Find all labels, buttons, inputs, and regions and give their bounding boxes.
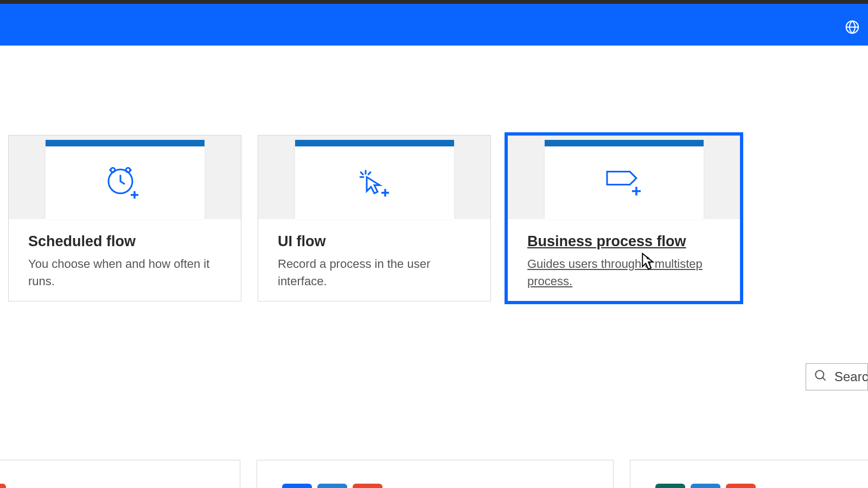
cursor-click-plus-icon	[355, 165, 394, 201]
template-card[interactable]	[257, 460, 614, 488]
card-title: Business process flow	[527, 233, 720, 250]
template-card[interactable]	[630, 460, 868, 488]
connector-tile-icon	[353, 484, 382, 488]
connector-tile-icon	[0, 484, 6, 488]
template-cards-row	[0, 460, 868, 488]
globe-icon[interactable]	[844, 19, 860, 35]
card-title: Scheduled flow	[28, 233, 221, 250]
clock-plus-icon	[105, 165, 144, 201]
connector-tile-icon	[691, 484, 720, 488]
svg-point-4	[815, 370, 824, 378]
template-card[interactable]	[0, 460, 240, 488]
card-title: UI flow	[278, 233, 471, 250]
stage-plus-icon	[602, 165, 646, 201]
card-description: Guides users through a multistep process…	[527, 255, 720, 290]
card-hero	[258, 136, 490, 219]
svg-point-2	[111, 168, 115, 172]
card-description: Record a process in the user interface.	[278, 255, 471, 290]
svg-point-3	[126, 168, 130, 172]
card-ui-flow[interactable]: UI flow Record a process in the user int…	[258, 135, 491, 301]
app-header	[0, 4, 868, 46]
flow-type-cards: Scheduled flow You choose when and how o…	[8, 135, 741, 301]
connector-tile-icon	[317, 484, 347, 488]
connector-tile-icon	[726, 484, 756, 488]
card-hero	[9, 136, 241, 219]
search-placeholder: Searc	[834, 369, 867, 384]
card-business-process-flow[interactable]: Business process flow Guides users throu…	[507, 135, 741, 301]
connector-tile-icon	[282, 484, 312, 488]
search-icon	[814, 369, 828, 385]
card-description: You choose when and how often it runs.	[28, 255, 221, 290]
window-top-edge	[0, 0, 868, 4]
card-hero	[508, 136, 740, 219]
search-input[interactable]: Searc	[806, 363, 868, 390]
connector-tile-icon	[655, 484, 685, 488]
card-scheduled-flow[interactable]: Scheduled flow You choose when and how o…	[8, 135, 241, 301]
